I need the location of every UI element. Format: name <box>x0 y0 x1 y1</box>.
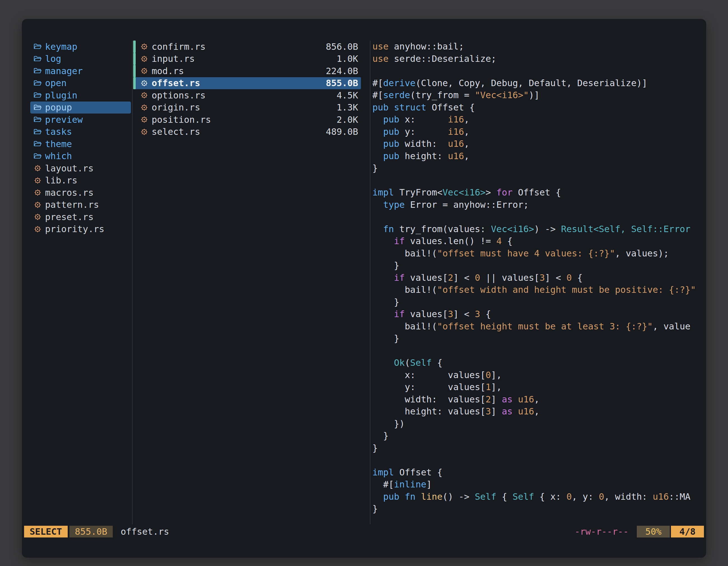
file-name: confirm.rs <box>152 41 206 52</box>
sidebar-item-theme[interactable]: theme <box>30 138 131 150</box>
code-line: bail!("offset height must be at least 3:… <box>372 320 704 333</box>
item-name: macros.rs <box>45 187 93 198</box>
panel-separator-right <box>370 41 370 524</box>
file-row-select-rs[interactable]: select.rs489.0B <box>133 126 361 138</box>
code-line: height: values[3] as u16, <box>372 405 704 418</box>
item-name: plugin <box>45 90 78 101</box>
file-row-confirm-rs[interactable]: confirm.rs856.0B <box>133 41 361 53</box>
terminal-window: keymaplogmanageropenpluginpopuppreviewta… <box>22 19 706 558</box>
rust-file-icon <box>34 189 42 196</box>
folder-icon <box>34 152 42 160</box>
sidebar-item-lib-rs[interactable]: lib.rs <box>30 175 131 187</box>
code-line: pub width: u16, <box>372 138 704 150</box>
item-name: tasks <box>45 126 72 137</box>
item-name: open <box>45 78 67 88</box>
code-line: pub x: i16, <box>372 114 704 126</box>
folder-icon <box>34 91 42 99</box>
rust-file-icon <box>140 43 148 50</box>
item-name: preset.rs <box>45 212 93 222</box>
file-name: offset.rs <box>152 78 200 88</box>
current-directory-panel: confirm.rs856.0Binput.rs1.0Kmod.rs224.0B… <box>133 41 361 138</box>
code-line: #[serde(try_from = "Vec<i16>")] <box>372 89 704 102</box>
file-size: 224.0B <box>326 66 358 76</box>
rust-file-icon <box>34 165 42 172</box>
scroll-percent-badge: 50% <box>637 526 670 537</box>
item-name: layout.rs <box>45 163 93 174</box>
code-line: } <box>372 162 704 175</box>
rust-file-icon <box>140 55 148 63</box>
sidebar-item-layout-rs[interactable]: layout.rs <box>30 162 131 175</box>
code-line: } <box>372 430 704 442</box>
file-row-offset-rs[interactable]: offset.rs855.0B <box>133 77 361 90</box>
file-name: origin.rs <box>152 102 200 113</box>
sidebar-item-keymap[interactable]: keymap <box>30 41 131 53</box>
file-size: 489.0B <box>326 126 358 137</box>
code-line: x: values[0], <box>372 369 704 381</box>
sidebar-item-log[interactable]: log <box>30 53 131 65</box>
file-size-badge: 855.0B <box>69 526 113 537</box>
code-line <box>372 175 704 187</box>
item-name: keymap <box>45 41 78 52</box>
status-bar: SELECT 855.0B offset.rs -rw-r--r-- 50% 4… <box>24 526 704 537</box>
item-name: which <box>45 151 72 161</box>
code-line: } <box>372 442 704 454</box>
file-row-mod-rs[interactable]: mod.rs224.0B <box>133 65 361 77</box>
preview-panel: use anyhow::bail;use serde::Deserialize;… <box>372 41 704 527</box>
file-row-input-rs[interactable]: input.rs1.0K <box>133 53 361 65</box>
code-line: } <box>372 296 704 308</box>
file-size: 855.0B <box>326 78 358 88</box>
code-line: use anyhow::bail; <box>372 41 704 53</box>
code-line: } <box>372 260 704 272</box>
file-size: 4.5K <box>337 90 358 101</box>
rust-file-icon <box>34 213 42 221</box>
sidebar-item-plugin[interactable]: plugin <box>30 89 131 102</box>
sidebar-item-pattern-rs[interactable]: pattern.rs <box>30 199 131 211</box>
sidebar-item-preview[interactable]: preview <box>30 114 131 126</box>
file-name: mod.rs <box>152 66 184 76</box>
sidebar-item-popup[interactable]: popup <box>30 102 131 114</box>
file-name: position.rs <box>152 114 211 125</box>
rust-file-icon <box>140 91 148 99</box>
desktop: { "colors": { "desktop_bg": "#3a3a3c", "… <box>0 0 728 566</box>
folder-icon <box>34 55 42 63</box>
code-line: }) <box>372 418 704 430</box>
rust-file-icon <box>140 104 148 111</box>
code-line: impl TryFrom<Vec<i16>> for Offset { <box>372 187 704 199</box>
file-row-origin-rs[interactable]: origin.rs1.3K <box>133 102 361 114</box>
cursor-position-badge: 4/8 <box>671 526 704 537</box>
sidebar-item-manager[interactable]: manager <box>30 65 131 77</box>
code-line <box>372 211 704 223</box>
rust-file-icon <box>140 116 148 123</box>
sidebar-item-macros-rs[interactable]: macros.rs <box>30 187 131 199</box>
rust-file-icon <box>34 177 42 184</box>
rust-file-icon <box>34 201 42 209</box>
folder-icon <box>34 79 42 87</box>
file-name: select.rs <box>152 126 200 137</box>
code-line <box>372 345 704 357</box>
file-row-options-rs[interactable]: options.rs4.5K <box>133 89 361 102</box>
code-line: type Error = anyhow::Error; <box>372 199 704 211</box>
sidebar-item-priority-rs[interactable]: priority.rs <box>30 223 131 236</box>
file-name: input.rs <box>152 53 195 64</box>
file-permissions: -rw-r--r-- <box>575 526 629 537</box>
sidebar-item-preset-rs[interactable]: preset.rs <box>30 211 131 223</box>
code-line: pub fn line() -> Self { Self { x: 0, y: … <box>372 491 704 503</box>
mode-badge: SELECT <box>24 526 68 537</box>
rust-file-icon <box>34 226 42 233</box>
rust-file-icon <box>140 79 148 87</box>
sidebar-item-tasks[interactable]: tasks <box>30 126 131 138</box>
file-row-position-rs[interactable]: position.rs2.0K <box>133 114 361 126</box>
rust-file-icon <box>140 67 148 75</box>
code-line: pub height: u16, <box>372 150 704 163</box>
code-line: if values[2] < 0 || values[3] < 0 { <box>372 272 704 284</box>
code-line: fn try_from(values: Vec<i16>) -> Result<… <box>372 223 704 236</box>
rust-file-icon <box>140 128 148 136</box>
code-line: pub y: i16, <box>372 126 704 138</box>
code-line <box>372 454 704 466</box>
sidebar-item-open[interactable]: open <box>30 77 131 90</box>
item-name: log <box>45 53 61 64</box>
code-line: Ok(Self { <box>372 357 704 369</box>
sidebar-item-which[interactable]: which <box>30 150 131 163</box>
code-line: use serde::Deserialize; <box>372 53 704 65</box>
item-name: pattern.rs <box>45 200 99 210</box>
